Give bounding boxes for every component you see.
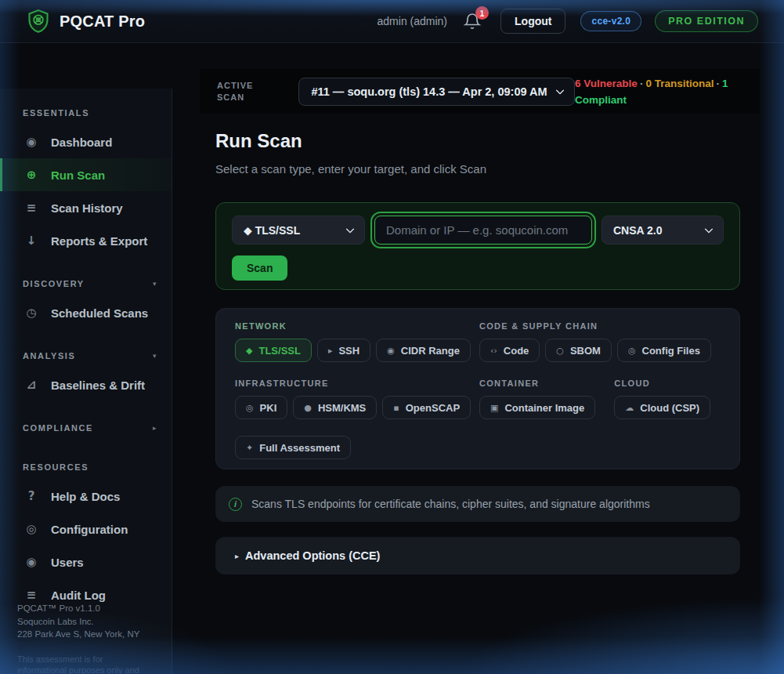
- delta-icon: ⊿: [23, 378, 39, 392]
- file-gear-icon: ◎: [628, 346, 636, 356]
- run-scan-icon: ⊕: [23, 168, 39, 182]
- type-button-sbom[interactable]: ○ SBOM: [545, 339, 612, 362]
- list-icon: ≡: [23, 588, 39, 602]
- group-label-infrastructure: INFRASTRUCTURE: [235, 379, 462, 388]
- sidebar-item-scheduled-scans[interactable]: ◷ Scheduled Scans: [0, 296, 172, 329]
- caret-down-icon: ▾: [153, 280, 157, 288]
- diamond-icon: ◆: [246, 346, 252, 356]
- notification-bell-icon[interactable]: 1: [463, 12, 482, 31]
- transitional-count: 0 Transitional: [645, 78, 714, 89]
- group-label-network: NETWORK: [235, 321, 462, 331]
- sidebar-item-users[interactable]: ◉ Users: [0, 545, 172, 578]
- company-name: Soqucoin Labs Inc.: [17, 615, 157, 629]
- profile-select[interactable]: CNSA 2.0: [602, 216, 724, 245]
- section-essentials: ESSENTIALS: [0, 93, 172, 125]
- dashboard-icon: ◉: [23, 135, 39, 149]
- app-title: PQCAT Pro: [60, 13, 145, 31]
- sparkle-icon: ✦: [246, 443, 253, 453]
- notification-badge: 1: [475, 6, 489, 20]
- app-header: PQCAT Pro admin (admin) 1 Logout cce-v2.…: [0, 0, 784, 43]
- type-button-cidr-range[interactable]: ◉ CIDR Range: [376, 339, 471, 362]
- clock-icon: ◷: [23, 306, 39, 320]
- type-button-container-image[interactable]: ▣ Container Image: [479, 396, 595, 419]
- type-button-code[interactable]: ‹› Code: [479, 339, 540, 362]
- type-button-pki[interactable]: ◎ PKI: [235, 396, 287, 419]
- scan-status-summary: 6 Vulnerable·0 Transitional·1 Compliant: [575, 75, 747, 108]
- page-subtitle: Select a scan type, enter your target, a…: [215, 162, 486, 176]
- sidebar-item-reports-export[interactable]: ↓ Reports & Export: [0, 224, 172, 257]
- type-button-hsm-kms[interactable]: ● HSM/KMS: [293, 396, 377, 419]
- type-button-openscap[interactable]: ▪ OpenSCAP: [382, 396, 471, 419]
- group-label-container: CONTAINER: [479, 379, 595, 388]
- cce-version-badge[interactable]: cce-v2.0: [580, 11, 641, 31]
- active-scan-bar: ACTIVE SCAN #11 — soqu.org (tls) 14.3 — …: [200, 69, 760, 114]
- caret-right-icon: ▸: [235, 552, 239, 560]
- shield-logo-icon: [27, 9, 49, 33]
- cloud-icon: ☁: [625, 403, 634, 413]
- target-icon: ◉: [387, 346, 395, 356]
- advanced-options-toggle[interactable]: ▸ Advanced Options (CCE): [215, 537, 740, 574]
- terminal-icon: ▸: [328, 346, 333, 356]
- target-input[interactable]: [374, 216, 592, 245]
- user-label: admin (admin): [378, 15, 447, 27]
- app-version: PQCAT™ Pro v1.1.0: [17, 602, 157, 615]
- caret-down-icon: ▾: [153, 352, 157, 360]
- type-button-ssh[interactable]: ▸ SSH: [317, 339, 370, 362]
- type-button-full-assessment[interactable]: ✦ Full Assessment: [235, 436, 351, 459]
- active-scan-select[interactable]: #11 — soqu.org (tls) 14.3 — Apr 2, 09:09…: [298, 78, 575, 106]
- scan-form-panel: ◆ TLS/SSL CNSA 2.0 Scan: [215, 202, 740, 290]
- disclaimer-text: This assessment is for informational pur…: [17, 654, 150, 674]
- sidebar-item-help-docs[interactable]: ? Help & Docs: [0, 480, 172, 513]
- gear-icon: ◎: [23, 522, 39, 536]
- page-title: Run Scan: [215, 130, 486, 152]
- active-scan-label: ACTIVE SCAN: [217, 80, 262, 103]
- type-button-cloud-csp[interactable]: ☁ Cloud (CSP): [614, 396, 710, 419]
- help-icon: ?: [23, 489, 39, 503]
- caret-right-icon: ▸: [153, 424, 157, 432]
- sidebar-item-baselines-drift[interactable]: ⊿ Baselines & Drift: [0, 368, 172, 401]
- scan-description: Scans TLS endpoints for certificate chai…: [251, 498, 650, 510]
- section-resources: RESOURCES: [0, 448, 172, 480]
- pro-edition-badge: PRO EDITION: [655, 10, 758, 32]
- scan-button[interactable]: Scan: [232, 255, 287, 281]
- circle-icon: ○: [556, 346, 564, 356]
- scan-info-bar: i Scans TLS endpoints for certificate ch…: [215, 486, 740, 522]
- type-button-config-files[interactable]: ◎ Config Files: [617, 339, 711, 362]
- container-icon: ▣: [490, 403, 498, 413]
- group-label-code-supply-chain: CODE & SUPPLY CHAIN: [479, 321, 711, 331]
- type-button-tls-ssl[interactable]: ◆ TLS/SSL: [235, 339, 312, 362]
- sidebar-footer: PQCAT™ Pro v1.1.0 Soqucoin Labs Inc. 228…: [17, 602, 157, 674]
- group-label-cloud: CLOUD: [614, 379, 710, 388]
- sidebar-item-configuration[interactable]: ◎ Configuration: [0, 513, 172, 545]
- users-icon: ◉: [23, 555, 39, 569]
- scan-history-icon: ≡: [23, 201, 39, 215]
- certificate-icon: ◎: [246, 403, 254, 413]
- square-icon: ▪: [393, 403, 399, 413]
- download-icon: ↓: [23, 234, 39, 248]
- scan-types-panel: NETWORK ◆ TLS/SSL ▸ SSH ◉ CIDR Range COD…: [215, 308, 740, 469]
- sidebar: ESSENTIALS ◉ Dashboard ⊕ Run Scan ≡ Scan…: [0, 89, 172, 674]
- section-compliance[interactable]: COMPLIANCE ▸: [0, 408, 172, 440]
- sidebar-item-scan-history[interactable]: ≡ Scan History: [0, 191, 172, 224]
- key-icon: ●: [304, 403, 312, 413]
- sidebar-item-run-scan[interactable]: ⊕ Run Scan: [0, 158, 172, 191]
- company-address: 228 Park Ave S, New York, NY: [17, 628, 157, 641]
- scan-type-select[interactable]: ◆ TLS/SSL: [232, 216, 365, 245]
- logout-button[interactable]: Logout: [500, 9, 565, 34]
- section-analysis[interactable]: ANALYSIS ▾: [0, 336, 172, 368]
- sidebar-item-dashboard[interactable]: ◉ Dashboard: [0, 125, 172, 158]
- code-brackets-icon: ‹›: [490, 346, 497, 356]
- info-icon: i: [229, 498, 242, 511]
- vulnerable-count: 6 Vulnerable: [575, 78, 638, 89]
- section-discovery[interactable]: DISCOVERY ▾: [0, 264, 172, 296]
